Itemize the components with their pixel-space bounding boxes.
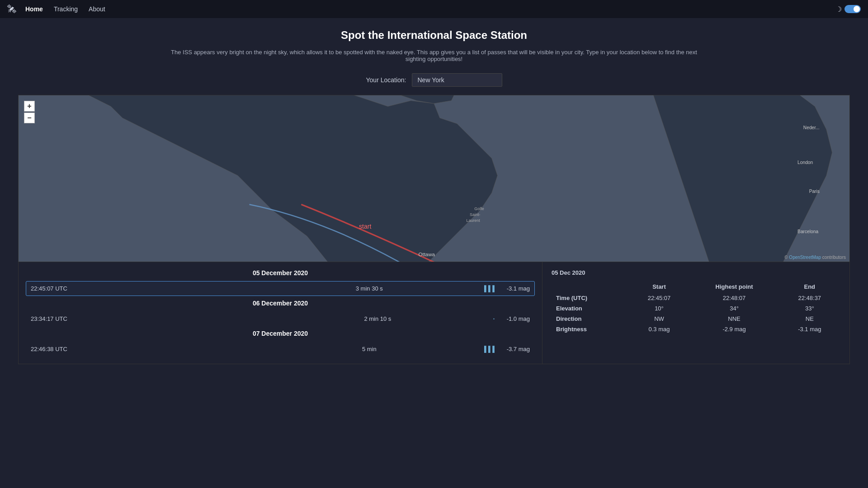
details-bright-end: -3.1 mag bbox=[779, 324, 840, 334]
toggle-switch[interactable] bbox=[844, 5, 861, 13]
svg-text:London: London bbox=[797, 160, 813, 165]
details-bright-label: Brightness bbox=[552, 324, 628, 334]
details-row-brightness: Brightness 0.3 mag -2.9 mag -3.1 mag bbox=[552, 324, 840, 334]
pass-mag-1: -3.1 mag bbox=[498, 285, 530, 292]
pass-time-3: 22:46:38 UTC bbox=[31, 346, 256, 352]
nav-logo: 🛰 bbox=[7, 4, 16, 14]
svg-text:Laurent: Laurent bbox=[466, 218, 480, 223]
osm-link[interactable]: OpenStreetMap bbox=[789, 255, 821, 260]
details-panel: 05 Dec 2020 Start Highest point End Time… bbox=[542, 262, 850, 364]
passes-date-2: 06 December 2020 bbox=[26, 300, 535, 307]
zoom-in-button[interactable]: + bbox=[24, 101, 35, 112]
pass-mag-2: -1.0 mag bbox=[498, 315, 530, 322]
passes-date-1: 05 December 2020 bbox=[26, 269, 535, 277]
location-row: Your Location: bbox=[18, 73, 850, 87]
pass-brightness-icon-2: ▪ bbox=[493, 317, 495, 321]
details-dir-label: Direction bbox=[552, 314, 628, 324]
pass-brightness-icon-1: ▐▐▐ bbox=[482, 285, 495, 292]
location-label: Your Location: bbox=[366, 76, 406, 84]
details-time-highest: 22:48:07 bbox=[689, 293, 778, 303]
pass-brightness-icon-3: ▐▐▐ bbox=[482, 346, 495, 352]
dark-mode-toggle[interactable]: ☽ bbox=[835, 5, 861, 14]
details-elev-start: 10° bbox=[628, 303, 689, 314]
details-time-end: 22:48:37 bbox=[779, 293, 840, 303]
map-svg: start end New York Toronto Ottawa United… bbox=[19, 95, 849, 262]
details-dir-start: NW bbox=[628, 314, 689, 324]
details-col-end: End bbox=[779, 281, 840, 293]
svg-text:Barcelona: Barcelona bbox=[797, 229, 818, 234]
nav-home[interactable]: Home bbox=[25, 5, 43, 13]
map-controls: + − bbox=[24, 101, 35, 123]
svg-text:start: start bbox=[359, 223, 371, 230]
pass-duration-3: 5 min bbox=[256, 346, 482, 352]
details-dir-highest: NNE bbox=[689, 314, 778, 324]
page-description: The ISS appears very bright on the night… bbox=[163, 49, 705, 62]
main-content: Spot the International Space Station The… bbox=[0, 18, 868, 375]
svg-text:Saint-: Saint- bbox=[470, 212, 480, 217]
pass-row-2[interactable]: 23:34:17 UTC 2 min 10 s ▪ -1.0 mag bbox=[26, 311, 535, 326]
details-row-time: Time (UTC) 22:45:07 22:48:07 22:48:37 bbox=[552, 293, 840, 303]
details-bright-start: 0.3 mag bbox=[628, 324, 689, 334]
pass-duration-1: 3 min 30 s bbox=[256, 285, 482, 292]
details-elev-highest: 34° bbox=[689, 303, 778, 314]
details-elev-label: Elevation bbox=[552, 303, 628, 314]
details-col-label bbox=[552, 281, 628, 293]
pass-time-1: 22:45:07 UTC bbox=[31, 285, 256, 292]
details-time-label: Time (UTC) bbox=[552, 293, 628, 303]
nav-about[interactable]: About bbox=[89, 5, 105, 13]
svg-text:Ottawa: Ottawa bbox=[419, 252, 435, 257]
details-row-direction: Direction NW NNE NE bbox=[552, 314, 840, 324]
pass-mag-3: -3.7 mag bbox=[498, 346, 530, 352]
details-bright-highest: -2.9 mag bbox=[689, 324, 778, 334]
navbar: 🛰 Home Tracking About ☽ bbox=[0, 0, 868, 18]
svg-text:Paris: Paris bbox=[809, 189, 820, 194]
pass-duration-2: 2 min 10 s bbox=[262, 315, 494, 322]
bottom-panel: 05 December 2020 22:45:07 UTC 3 min 30 s… bbox=[18, 262, 850, 364]
pass-row-1[interactable]: 22:45:07 UTC 3 min 30 s ▐▐▐ -3.1 mag bbox=[26, 281, 535, 296]
map-attribution: © OpenStreetMap contributors bbox=[784, 255, 846, 260]
details-time-start: 22:45:07 bbox=[628, 293, 689, 303]
map-container: start end New York Toronto Ottawa United… bbox=[18, 95, 850, 262]
details-date: 05 Dec 2020 bbox=[552, 269, 840, 276]
details-row-elevation: Elevation 10° 34° 33° bbox=[552, 303, 840, 314]
svg-text:Neder...: Neder... bbox=[803, 126, 820, 131]
svg-text:Golfe: Golfe bbox=[474, 206, 484, 211]
zoom-out-button[interactable]: − bbox=[24, 113, 35, 123]
details-col-highest: Highest point bbox=[689, 281, 778, 293]
pass-row-3[interactable]: 22:46:38 UTC 5 min ▐▐▐ -3.7 mag bbox=[26, 342, 535, 357]
location-input[interactable] bbox=[412, 73, 502, 87]
details-col-start: Start bbox=[628, 281, 689, 293]
nav-tracking[interactable]: Tracking bbox=[54, 5, 78, 13]
details-elev-end: 33° bbox=[779, 303, 840, 314]
passes-date-3: 07 December 2020 bbox=[26, 330, 535, 337]
moon-icon: ☽ bbox=[835, 5, 842, 14]
page-title: Spot the International Space Station bbox=[18, 29, 850, 42]
nav-links: Home Tracking About bbox=[25, 5, 105, 13]
details-table: Start Highest point End Time (UTC) 22:45… bbox=[552, 281, 840, 334]
pass-time-2: 23:34:17 UTC bbox=[31, 315, 262, 322]
details-dir-end: NE bbox=[779, 314, 840, 324]
passes-list: 05 December 2020 22:45:07 UTC 3 min 30 s… bbox=[18, 262, 542, 364]
